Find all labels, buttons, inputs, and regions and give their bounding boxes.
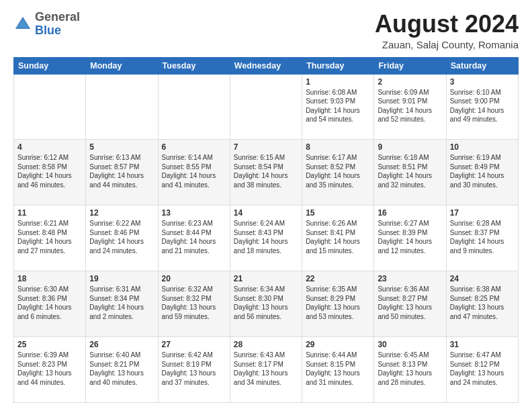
day-number: 12: [89, 208, 154, 218]
calendar-cell: 22Sunrise: 6:35 AM Sunset: 8:29 PM Dayli…: [302, 271, 374, 337]
calendar-cell: 18Sunrise: 6:30 AM Sunset: 8:36 PM Dayli…: [14, 271, 86, 337]
calendar-cell: 6Sunrise: 6:14 AM Sunset: 8:55 PM Daylig…: [158, 140, 230, 205]
day-info: Sunrise: 6:28 AM Sunset: 8:37 PM Dayligh…: [450, 219, 515, 255]
day-number: 7: [234, 142, 298, 152]
day-of-week-header: Thursday: [302, 57, 374, 74]
day-number: 2: [378, 77, 442, 87]
calendar-cell: 31Sunrise: 6:47 AM Sunset: 8:12 PM Dayli…: [446, 337, 518, 403]
calendar-cell: 26Sunrise: 6:40 AM Sunset: 8:21 PM Dayli…: [86, 337, 158, 403]
day-number: 19: [89, 274, 154, 283]
calendar-header-row: SundayMondayTuesdayWednesdayThursdayFrid…: [14, 57, 519, 74]
day-info: Sunrise: 6:32 AM Sunset: 8:32 PM Dayligh…: [162, 285, 226, 321]
calendar-cell: 16Sunrise: 6:27 AM Sunset: 8:39 PM Dayli…: [374, 205, 446, 271]
calendar-table: SundayMondayTuesdayWednesdayThursdayFrid…: [13, 57, 519, 403]
day-info: Sunrise: 6:14 AM Sunset: 8:55 PM Dayligh…: [162, 153, 226, 189]
day-info: Sunrise: 6:26 AM Sunset: 8:41 PM Dayligh…: [306, 219, 370, 255]
day-info: Sunrise: 6:39 AM Sunset: 8:23 PM Dayligh…: [17, 351, 82, 387]
day-info: Sunrise: 6:36 AM Sunset: 8:27 PM Dayligh…: [378, 285, 442, 321]
day-number: 21: [234, 274, 298, 283]
calendar-cell: 3Sunrise: 6:10 AM Sunset: 9:00 PM Daylig…: [446, 74, 518, 140]
location: Zauan, Salaj County, Romania: [375, 39, 519, 50]
day-number: 22: [306, 274, 370, 283]
calendar-cell: 9Sunrise: 6:18 AM Sunset: 8:51 PM Daylig…: [374, 140, 446, 205]
logo: General Blue: [13, 11, 80, 38]
day-number: 29: [306, 340, 370, 349]
title-area: August 2024 Zauan, Salaj County, Romania: [375, 11, 519, 50]
day-info: Sunrise: 6:19 AM Sunset: 8:49 PM Dayligh…: [450, 153, 515, 189]
day-info: Sunrise: 6:18 AM Sunset: 8:51 PM Dayligh…: [378, 153, 442, 189]
day-of-week-header: Wednesday: [230, 57, 302, 74]
calendar-cell: 12Sunrise: 6:22 AM Sunset: 8:46 PM Dayli…: [86, 205, 158, 271]
day-info: Sunrise: 6:45 AM Sunset: 8:13 PM Dayligh…: [378, 351, 442, 387]
day-number: 25: [17, 340, 82, 349]
logo-icon: [13, 15, 32, 34]
calendar-cell: 30Sunrise: 6:45 AM Sunset: 8:13 PM Dayli…: [374, 337, 446, 403]
day-number: 3: [450, 77, 515, 87]
calendar-week-row: 4Sunrise: 6:12 AM Sunset: 8:58 PM Daylig…: [14, 140, 519, 205]
calendar-cell: [158, 74, 230, 140]
day-number: 5: [89, 142, 154, 152]
day-number: 30: [378, 340, 442, 349]
day-number: 26: [89, 340, 154, 349]
calendar-cell: 20Sunrise: 6:32 AM Sunset: 8:32 PM Dayli…: [158, 271, 230, 337]
calendar-cell: 23Sunrise: 6:36 AM Sunset: 8:27 PM Dayli…: [374, 271, 446, 337]
day-info: Sunrise: 6:15 AM Sunset: 8:54 PM Dayligh…: [234, 153, 298, 189]
day-info: Sunrise: 6:21 AM Sunset: 8:48 PM Dayligh…: [17, 219, 82, 255]
calendar-cell: 21Sunrise: 6:34 AM Sunset: 8:30 PM Dayli…: [230, 271, 302, 337]
day-number: 1: [306, 77, 370, 87]
calendar-week-row: 1Sunrise: 6:08 AM Sunset: 9:03 PM Daylig…: [14, 74, 519, 140]
calendar-cell: 8Sunrise: 6:17 AM Sunset: 8:52 PM Daylig…: [302, 140, 374, 205]
day-info: Sunrise: 6:30 AM Sunset: 8:36 PM Dayligh…: [17, 285, 82, 321]
day-info: Sunrise: 6:44 AM Sunset: 8:15 PM Dayligh…: [306, 351, 370, 387]
day-number: 23: [378, 274, 442, 283]
day-info: Sunrise: 6:35 AM Sunset: 8:29 PM Dayligh…: [306, 285, 370, 321]
day-number: 27: [162, 340, 226, 349]
day-info: Sunrise: 6:31 AM Sunset: 8:34 PM Dayligh…: [89, 285, 154, 321]
calendar-cell: [86, 74, 158, 140]
calendar-week-row: 18Sunrise: 6:30 AM Sunset: 8:36 PM Dayli…: [14, 271, 519, 337]
day-info: Sunrise: 6:24 AM Sunset: 8:43 PM Dayligh…: [234, 219, 298, 255]
day-info: Sunrise: 6:12 AM Sunset: 8:58 PM Dayligh…: [17, 153, 82, 189]
day-info: Sunrise: 6:09 AM Sunset: 9:01 PM Dayligh…: [378, 88, 442, 124]
calendar-cell: 28Sunrise: 6:43 AM Sunset: 8:17 PM Dayli…: [230, 337, 302, 403]
day-info: Sunrise: 6:17 AM Sunset: 8:52 PM Dayligh…: [306, 153, 370, 189]
calendar-cell: [14, 74, 86, 140]
day-number: 16: [378, 208, 442, 218]
month-year: August 2024: [375, 11, 519, 38]
day-info: Sunrise: 6:23 AM Sunset: 8:44 PM Dayligh…: [162, 219, 226, 255]
calendar-cell: 27Sunrise: 6:42 AM Sunset: 8:19 PM Dayli…: [158, 337, 230, 403]
calendar-cell: 1Sunrise: 6:08 AM Sunset: 9:03 PM Daylig…: [302, 74, 374, 140]
calendar-cell: 7Sunrise: 6:15 AM Sunset: 8:54 PM Daylig…: [230, 140, 302, 205]
day-info: Sunrise: 6:10 AM Sunset: 9:00 PM Dayligh…: [450, 88, 515, 124]
day-number: 11: [17, 208, 82, 218]
day-number: 24: [450, 274, 515, 283]
logo-general: General: [35, 11, 80, 24]
calendar-cell: 10Sunrise: 6:19 AM Sunset: 8:49 PM Dayli…: [446, 140, 518, 205]
day-number: 4: [17, 142, 82, 152]
calendar-cell: 29Sunrise: 6:44 AM Sunset: 8:15 PM Dayli…: [302, 337, 374, 403]
calendar-cell: 14Sunrise: 6:24 AM Sunset: 8:43 PM Dayli…: [230, 205, 302, 271]
logo-blue: Blue: [35, 24, 80, 38]
day-info: Sunrise: 6:08 AM Sunset: 9:03 PM Dayligh…: [306, 88, 370, 124]
day-of-week-header: Monday: [86, 57, 158, 74]
day-number: 14: [234, 208, 298, 218]
day-number: 9: [378, 142, 442, 152]
day-info: Sunrise: 6:27 AM Sunset: 8:39 PM Dayligh…: [378, 219, 442, 255]
day-number: 18: [17, 274, 82, 283]
day-number: 28: [234, 340, 298, 349]
day-number: 20: [162, 274, 226, 283]
day-of-week-header: Saturday: [446, 57, 518, 74]
day-info: Sunrise: 6:40 AM Sunset: 8:21 PM Dayligh…: [89, 351, 154, 387]
day-info: Sunrise: 6:22 AM Sunset: 8:46 PM Dayligh…: [89, 219, 154, 255]
day-info: Sunrise: 6:34 AM Sunset: 8:30 PM Dayligh…: [234, 285, 298, 321]
day-number: 6: [162, 142, 226, 152]
calendar-week-row: 11Sunrise: 6:21 AM Sunset: 8:48 PM Dayli…: [14, 205, 519, 271]
day-of-week-header: Tuesday: [158, 57, 230, 74]
calendar-cell: [230, 74, 302, 140]
header: General Blue August 2024 Zauan, Salaj Co…: [13, 11, 519, 50]
day-of-week-header: Sunday: [14, 57, 86, 74]
day-number: 8: [306, 142, 370, 152]
day-info: Sunrise: 6:13 AM Sunset: 8:57 PM Dayligh…: [89, 153, 154, 189]
calendar-week-row: 25Sunrise: 6:39 AM Sunset: 8:23 PM Dayli…: [14, 337, 519, 403]
day-info: Sunrise: 6:43 AM Sunset: 8:17 PM Dayligh…: [234, 351, 298, 387]
